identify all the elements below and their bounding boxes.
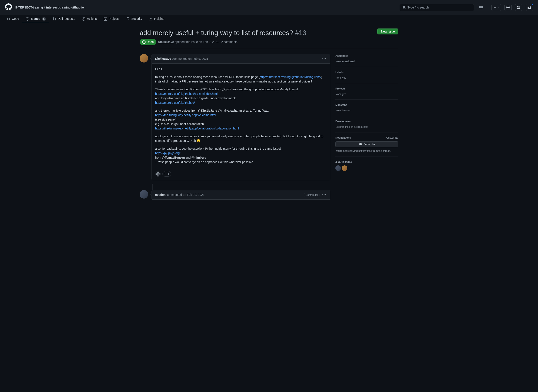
chevron-down-icon — [497, 7, 499, 8]
projects-value: None yet — [335, 92, 398, 96]
issues-count-badge: 6 — [42, 17, 46, 21]
comment-body: Hi all, raising an issue about these add… — [152, 64, 330, 171]
issue-open-icon — [142, 40, 146, 44]
bell-icon — [359, 143, 362, 146]
participant-avatar[interactable] — [342, 165, 347, 171]
issue-meta: NickleDave opened this issue on Feb 9, 2… — [158, 40, 238, 44]
status-badge: Open — [140, 39, 156, 45]
repo-link[interactable]: intersect-training.github.io — [46, 5, 84, 10]
mention-gvwilson[interactable]: @gvwilson — [222, 88, 238, 91]
search-input[interactable]: Type / to search — [400, 4, 474, 11]
issue-icon — [506, 6, 510, 9]
labels-value: None yet — [335, 76, 398, 80]
nav-projects-label: Projects — [109, 17, 120, 21]
pypkgs-link[interactable]: https://py-pkgs.org/ — [155, 151, 181, 155]
nav-insights[interactable]: Insights — [146, 15, 168, 23]
command-palette-button[interactable] — [478, 5, 484, 10]
development-label[interactable]: Development — [335, 119, 398, 123]
quote-icon — [164, 173, 167, 175]
nav-insights-label: Insights — [154, 17, 164, 21]
github-logo-icon[interactable] — [5, 3, 12, 11]
command-icon — [479, 5, 483, 9]
nav-issues[interactable]: Issues 6 — [22, 15, 49, 23]
nav-code[interactable]: Code — [3, 15, 22, 23]
play-icon — [82, 17, 85, 21]
development-value: No branches or pull requests — [335, 125, 398, 129]
svg-point-0 — [507, 7, 509, 8]
breadcrumb-sep: / — [44, 5, 45, 10]
nav-code-label: Code — [12, 17, 19, 21]
assignees-value: No one assigned — [335, 60, 398, 63]
pr-icon — [517, 6, 520, 9]
code-icon — [7, 17, 10, 21]
comment-menu-button[interactable] — [322, 192, 327, 198]
merely-link[interactable]: https://merely-useful.github.io/ — [155, 101, 195, 104]
search-placeholder: Type / to search — [408, 5, 429, 10]
table-icon — [104, 17, 107, 21]
nav-security-label: Security — [131, 17, 142, 21]
nav-pulls[interactable]: Pull requests — [49, 15, 79, 23]
nav-actions-label: Actions — [87, 17, 97, 21]
search-icon — [402, 6, 406, 9]
kebab-icon — [322, 57, 326, 60]
participant-avatar[interactable] — [335, 165, 341, 171]
assignees-label[interactable]: Assignees — [335, 54, 398, 58]
labels-label[interactable]: Labels — [335, 70, 398, 74]
training-link[interactable]: https://intersect-training.github.io/tra… — [260, 75, 321, 79]
mention-kirstie[interactable]: @KirstieJane — [198, 109, 217, 112]
participants-label: 2 participants — [335, 160, 398, 164]
nav-pulls-label: Pull requests — [58, 17, 75, 21]
pull-requests-button[interactable] — [515, 4, 522, 11]
nav-security[interactable]: Security — [123, 15, 146, 23]
commented-label: commented — [172, 56, 187, 61]
create-new-button[interactable] — [491, 4, 501, 11]
avatar[interactable] — [140, 190, 148, 199]
mention-ttimbers[interactable]: @ttimbers — [191, 156, 206, 159]
comment-author-link[interactable]: cosden — [155, 193, 166, 197]
customize-link[interactable]: Customize — [386, 136, 398, 140]
nav-issues-label: Issues — [31, 17, 40, 21]
commented-label: commented — [167, 193, 182, 197]
milestone-label[interactable]: Milestone — [335, 103, 398, 107]
pyrse-link[interactable]: https://merely-useful.github.io/py-rse/i… — [155, 92, 218, 95]
comment-author-link[interactable]: NickleDave — [155, 56, 171, 61]
notification-badge — [531, 4, 533, 6]
issue-title: add merely useful + turing way to list o… — [140, 28, 374, 37]
timeline-connector — [152, 184, 152, 190]
reaction-quote-button[interactable]: 1 — [162, 171, 171, 177]
milestone-value: No milestone — [335, 109, 398, 112]
shield-icon — [126, 17, 130, 21]
plus-icon — [493, 6, 497, 9]
graph-icon — [149, 17, 152, 21]
comment-date-link[interactable]: on Feb 10, 2021 — [183, 193, 205, 197]
kebab-icon — [322, 193, 326, 196]
org-link[interactable]: INTERSECT-training — [15, 5, 43, 10]
nav-projects[interactable]: Projects — [100, 15, 123, 23]
notifications-label: Notifications — [335, 136, 351, 140]
comment-date-link[interactable]: on Feb 9, 2021 — [188, 56, 208, 61]
issue-number: #13 — [295, 29, 306, 37]
inbox-icon — [528, 6, 531, 9]
turing-welcome-link[interactable]: https://the-turing-way.netlify.app/welco… — [155, 113, 216, 117]
turing-collab-link[interactable]: https://the-turing-way.netlify.app/colla… — [155, 127, 239, 130]
nav-actions[interactable]: Actions — [79, 15, 100, 23]
issue-author-link[interactable]: NickleDave — [158, 40, 174, 44]
projects-label[interactable]: Projects — [335, 87, 398, 91]
smiley-icon — [156, 172, 160, 176]
issue-opened-icon — [26, 17, 29, 21]
avatar[interactable] — [140, 54, 148, 62]
breadcrumb: INTERSECT-training / intersect-training.… — [15, 5, 84, 10]
notification-description: You're not receiving notifications from … — [335, 149, 398, 153]
subscribe-button[interactable]: Subscribe — [335, 141, 398, 147]
mention-tomas[interactable]: @TomasBeuzen — [162, 156, 185, 159]
issues-button[interactable] — [504, 4, 512, 11]
add-reaction-button[interactable] — [155, 171, 161, 177]
new-issue-button[interactable]: New issue — [377, 28, 398, 34]
contributor-badge: Contributor — [304, 193, 320, 197]
comment-menu-button[interactable] — [322, 56, 327, 62]
pr-nav-icon — [53, 17, 56, 21]
